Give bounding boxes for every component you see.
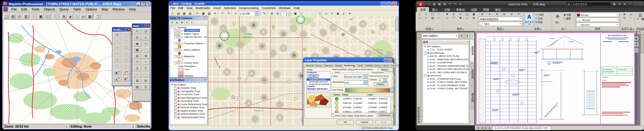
show-list-item[interactable]: Multiple Attributes <box>307 88 330 90</box>
menu-item[interactable]: Query <box>57 7 71 11</box>
dialog-titlebar[interactable]: Layer Properties ? ✕ <box>303 58 393 62</box>
dialog-tab[interactable]: Labels <box>381 64 390 67</box>
search-go-icon[interactable]: ◉ <box>612 2 617 6</box>
save-table-icon[interactable]: ▦ <box>16 14 23 19</box>
chevron-down-icon[interactable]: ▼ <box>617 14 618 16</box>
zoom-out-icon[interactable]: ⊖ <box>142 53 150 59</box>
chevron-down-icon[interactable]: ▼ <box>255 11 259 16</box>
toc-layer-item[interactable]: Active Stations <box>170 49 207 52</box>
toc-layer-item[interactable]: Proposed Stations <box>170 42 207 45</box>
auto-hide-icon[interactable]: ◫ <box>417 37 421 40</box>
apply-button[interactable]: Apply <box>375 120 392 125</box>
chevron-down-icon[interactable]: ▼ <box>519 18 521 20</box>
redo-icon[interactable]: ↷ <box>453 2 458 6</box>
next-layout-icon[interactable]: ▶ <box>484 126 488 130</box>
column-header[interactable]: Symbol <box>332 94 342 96</box>
sheet-tree-item[interactable]: S-01 - FOUNDATION PLAN <box>423 77 468 81</box>
arctoolbox-header[interactable]: ArcToolbox ✕ <box>169 78 208 82</box>
stretch-icon[interactable]: ↔ <box>464 16 470 20</box>
menu-item[interactable]: Edit <box>177 6 185 10</box>
layout-sheet[interactable]: 1 <box>476 32 635 125</box>
application-menu-icon[interactable]: A <box>417 2 424 7</box>
close-icon[interactable]: ✕ <box>204 78 207 82</box>
toolbar-button[interactable] <box>59 14 60 19</box>
draw-tools[interactable]: ╱∿ ◯◠ ▭⬭ ▨▾ <box>417 13 442 20</box>
show-list-item[interactable]: Graduated symbols <box>307 81 330 83</box>
toc-layer-item[interactable]: Low <box>170 68 207 71</box>
palette-tab[interactable]: 图纸视图 <box>470 63 474 86</box>
toc-layer-item[interactable] <box>170 45 207 49</box>
class-color-swatch[interactable] <box>335 97 339 101</box>
viewport-vertical-scrollbar[interactable]: ▲ <box>640 31 644 126</box>
show-list-item[interactable]: Quantities <box>307 76 330 78</box>
minimize-button[interactable]: ─ <box>381 2 386 5</box>
tree-expander-icon[interactable] <box>174 99 177 102</box>
linear-dimension-button[interactable]: ⟷线性 <box>535 13 551 16</box>
add-data-icon[interactable]: ✚ <box>233 11 239 16</box>
layers-panel-label[interactable]: 图层 <box>478 27 523 31</box>
zoom-in-icon[interactable]: ⊕ <box>133 53 141 59</box>
paste-icon[interactable]: ▧ <box>636 13 644 17</box>
boundary-select-icon[interactable]: ◇ <box>142 35 150 40</box>
class-label[interactable]: -1.626574 - -0.694733 <box>367 98 393 100</box>
toolbox-item[interactable]: Linear Referencing Tools <box>170 103 207 106</box>
toolbar-button[interactable] <box>316 11 317 15</box>
sheet-tree-item[interactable]: A-05 - SECTIONS AND DETAILS <box>423 71 468 74</box>
sheet-tree-item[interactable]: A-03 - DOORS WINDOWS AND DET <box>423 64 468 68</box>
rectangle-tool-icon[interactable]: ▭? <box>113 51 122 57</box>
new-redistricter-icon[interactable]: ▩ <box>87 14 93 19</box>
tree-expander-icon[interactable] <box>174 36 177 38</box>
qnew-icon[interactable]: ▢ <box>426 2 431 6</box>
favorites-icon[interactable]: ★ <box>622 2 627 6</box>
layer-visibility-checkbox[interactable] <box>177 36 180 38</box>
chevron-down-icon[interactable]: ▼ <box>519 23 521 25</box>
toolbox-item[interactable]: ArcToolbox <box>170 83 207 87</box>
help-pointer-icon[interactable]: ? <box>95 14 101 19</box>
paste-icon[interactable]: ▧ <box>206 11 212 16</box>
color-ramp-combo[interactable]: ▼ <box>345 88 394 92</box>
explode-icon[interactable]: ✱ <box>457 16 463 20</box>
class-break-row[interactable]: -1.626574 - -0.694733 -1.626574 - -0.694… <box>332 97 393 101</box>
layer-tools[interactable]: ≣✦ ❄⊡ ⊘✎ <box>479 13 522 16</box>
scale-icon[interactable]: ⊞ <box>471 16 477 20</box>
menu-item[interactable]: Options <box>83 7 99 11</box>
undo-icon[interactable]: ↶ <box>220 11 225 16</box>
trim-icon[interactable]: ✂ <box>457 13 463 16</box>
toolbar-button[interactable] <box>231 11 233 15</box>
insert-block-button[interactable]: ❖ 插入 <box>553 13 562 26</box>
toc-layer-item[interactable]: Station Types <box>170 32 207 36</box>
forward-extent-icon[interactable]: → <box>310 11 316 16</box>
ribbon-tab[interactable]: 参数化 <box>453 7 468 12</box>
menu-item[interactable]: Window <box>110 7 127 11</box>
toc-layer-item[interactable]: Census 2000 <box>170 61 207 65</box>
maximize-button[interactable]: ❐ <box>386 2 391 5</box>
polygon-select-icon[interactable]: ◉ <box>133 41 141 47</box>
toolbar-button[interactable] <box>218 11 219 15</box>
drawing-toolbar-titlebar[interactable]: Drawi... ✕ <box>112 27 131 32</box>
menu-item[interactable]: Map <box>99 7 110 11</box>
sheet-tree-item[interactable]: Architectural <box>423 51 468 55</box>
dialog-tab[interactable]: Definition Query <box>364 64 382 67</box>
chevron-down-icon[interactable]: ▼ <box>455 35 457 37</box>
tree-expander-icon[interactable] <box>174 96 177 99</box>
erase-icon[interactable]: ◫ <box>464 13 470 16</box>
palette-titlebar[interactable]: ✕ ◫ 图纸集管理器 <box>417 32 421 125</box>
copy-icon[interactable]: ▣ <box>471 13 477 16</box>
chevron-down-icon[interactable]: ▾ <box>467 40 468 43</box>
infocenter-search-input[interactable]: 键入关键字或短语 <box>566 2 611 6</box>
menu-item[interactable]: Table <box>71 7 83 11</box>
pan-icon[interactable]: ✥ <box>634 42 639 47</box>
menu-item[interactable]: Help <box>292 6 301 10</box>
layer-visibility-checkbox[interactable] <box>177 42 180 45</box>
help-icon[interactable]: ? <box>384 58 388 62</box>
layer-lock-icon[interactable]: ⊡ <box>501 13 508 16</box>
toolbox-item[interactable]: Cartography Tools <box>170 90 207 93</box>
sheet-tree-item[interactable]: S-04 - STRUCTURAL SECTIONS <box>423 87 468 91</box>
fixed-zoom-out-icon[interactable]: ▢ <box>298 11 304 16</box>
class-label[interactable]: -0.694733 - -0.410946 <box>367 102 393 104</box>
tree-expander-icon[interactable] <box>174 106 177 109</box>
class-color-swatch[interactable] <box>335 106 339 109</box>
cut-icon[interactable]: ✂ <box>31 14 37 19</box>
tree-expander-icon[interactable] <box>174 116 177 119</box>
menu-item[interactable]: Insert <box>212 6 222 10</box>
